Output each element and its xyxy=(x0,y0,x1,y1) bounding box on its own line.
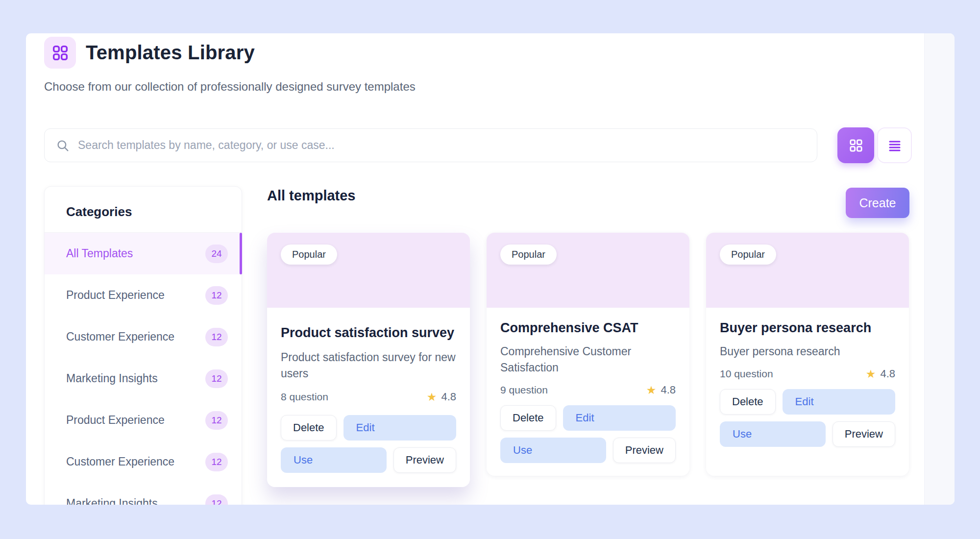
delete-button[interactable]: Delete xyxy=(500,405,556,431)
template-card-body: Buyer persona research Buyer persona res… xyxy=(706,308,909,476)
category-label: Marketing Insights xyxy=(66,372,158,385)
grid-view-icon xyxy=(849,139,863,152)
sidebar-category-item[interactable]: Marketing Insights 12 xyxy=(45,358,242,399)
star-icon: ★ xyxy=(427,392,437,403)
template-meta: 10 question ★ 4.8 xyxy=(720,368,895,380)
rating-value: 4.8 xyxy=(441,391,456,403)
templates-library-panel: Templates Library Choose from our collec… xyxy=(26,33,955,505)
section-heading: All templates xyxy=(267,188,356,204)
template-actions: Delete Edit Use Preview xyxy=(281,415,456,473)
category-count-badge: 12 xyxy=(205,286,228,305)
page-title: Templates Library xyxy=(86,37,255,69)
category-label: Product Experience xyxy=(66,289,165,302)
sidebar-category-item[interactable]: Product Experience 12 xyxy=(45,274,242,316)
sidebar-category-item[interactable]: Customer Experience 12 xyxy=(45,441,242,483)
question-count: 10 question xyxy=(720,368,773,380)
template-title: Comprehensive CSAT xyxy=(500,320,676,336)
popular-badge: Popular xyxy=(500,245,557,265)
popular-badge: Popular xyxy=(720,245,776,265)
categories-sidebar: Categories All Templates 24 Product Expe… xyxy=(44,186,242,505)
use-button[interactable]: Use xyxy=(500,438,606,463)
category-label: Customer Experience xyxy=(66,330,174,343)
category-count-badge: 24 xyxy=(205,245,228,263)
template-card: Popular Product satisfaction survey Prod… xyxy=(267,233,470,487)
use-button[interactable]: Use xyxy=(720,421,826,447)
list-view-button[interactable] xyxy=(877,127,912,163)
category-label: Product Experience xyxy=(66,414,165,427)
sidebar-category-item[interactable]: All Templates 24 xyxy=(45,233,242,274)
template-card: Popular Buyer persona research Buyer per… xyxy=(706,233,909,476)
grid-view-button[interactable] xyxy=(837,127,874,163)
preview-button[interactable]: Preview xyxy=(393,447,456,473)
edit-button[interactable]: Edit xyxy=(563,405,676,431)
search-input[interactable] xyxy=(77,128,817,162)
search-icon xyxy=(56,139,69,152)
rating: ★ 4.8 xyxy=(427,391,456,403)
category-label: Customer Experience xyxy=(66,455,174,468)
category-label: Marketing Insights xyxy=(66,497,158,505)
category-label: All Templates xyxy=(66,247,133,260)
rating-value: 4.8 xyxy=(880,368,895,380)
template-card-thumbnail: Popular xyxy=(706,233,909,308)
preview-button[interactable]: Preview xyxy=(613,438,676,463)
use-button[interactable]: Use xyxy=(281,447,387,473)
sidebar-category-item[interactable]: Marketing Insights 12 xyxy=(45,483,242,505)
sidebar-category-item[interactable]: Customer Experience 12 xyxy=(45,316,242,358)
page-subtitle: Choose from our collection of profession… xyxy=(44,80,416,94)
delete-button[interactable]: Delete xyxy=(281,415,337,441)
scrollbar-gutter xyxy=(924,33,955,505)
app-logo xyxy=(44,37,76,69)
question-count: 8 question xyxy=(281,391,328,403)
template-card-thumbnail: Popular xyxy=(267,233,470,308)
sidebar-category-item[interactable]: Product Experience 12 xyxy=(45,399,242,441)
edit-button[interactable]: Edit xyxy=(343,415,456,441)
category-count-badge: 12 xyxy=(205,453,228,471)
rating: ★ 4.8 xyxy=(866,368,895,380)
template-card-body: Comprehensive CSAT Comprehensive Custome… xyxy=(487,308,689,476)
category-count-badge: 12 xyxy=(205,369,228,388)
star-icon: ★ xyxy=(646,385,657,396)
star-icon: ★ xyxy=(866,368,876,380)
edit-button[interactable]: Edit xyxy=(783,389,895,415)
template-title: Buyer persona research xyxy=(720,320,895,336)
template-actions: Delete Edit Use Preview xyxy=(500,405,676,463)
template-meta: 9 question ★ 4.8 xyxy=(500,384,676,396)
template-description: Comprehensive Customer Satisfaction xyxy=(500,343,676,376)
question-count: 9 question xyxy=(500,384,548,396)
template-card-body: Product satisfaction survey Product sati… xyxy=(267,308,470,487)
rating-value: 4.8 xyxy=(661,384,676,396)
template-description: Product satisfaction survey for new user… xyxy=(281,349,456,382)
delete-button[interactable]: Delete xyxy=(720,389,776,415)
category-count-badge: 12 xyxy=(205,328,228,346)
categories-list: All Templates 24 Product Experience 12 C… xyxy=(45,233,242,505)
category-count-badge: 12 xyxy=(205,494,228,505)
template-actions: Delete Edit Use Preview xyxy=(720,389,895,447)
list-view-icon xyxy=(888,139,901,152)
rating: ★ 4.8 xyxy=(646,384,676,396)
template-card: Popular Comprehensive CSAT Comprehensive… xyxy=(487,233,689,476)
template-card-thumbnail: Popular xyxy=(487,233,689,308)
grid-logo-icon xyxy=(52,45,68,61)
template-meta: 8 question ★ 4.8 xyxy=(281,391,456,403)
search-box[interactable] xyxy=(44,128,817,162)
preview-button[interactable]: Preview xyxy=(833,421,895,447)
template-title: Product satisfaction survey xyxy=(281,325,456,341)
popular-badge: Popular xyxy=(281,245,337,265)
create-button[interactable]: Create xyxy=(846,188,909,218)
template-description: Buyer persona research xyxy=(720,343,895,360)
category-count-badge: 12 xyxy=(205,411,228,430)
categories-title: Categories xyxy=(45,187,242,233)
template-cards-grid: Popular Product satisfaction survey Prod… xyxy=(267,233,909,487)
